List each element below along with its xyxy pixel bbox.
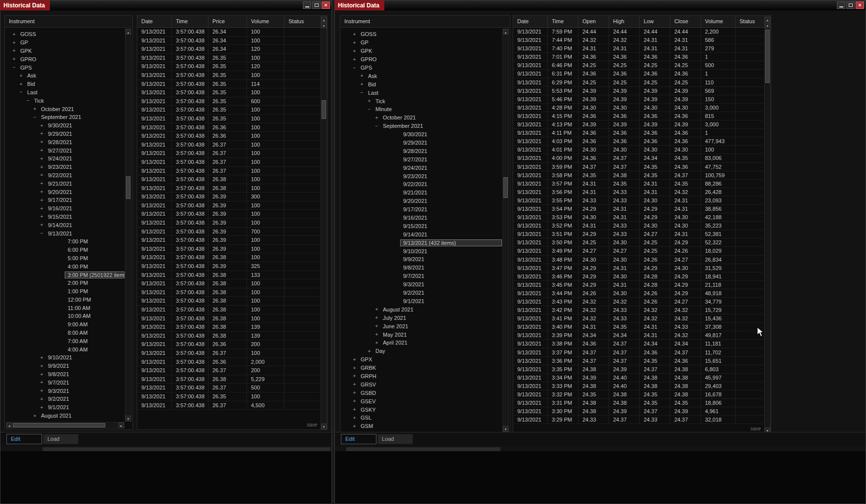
tree-item[interactable]: +9/20/2021	[5, 188, 124, 196]
maximize-button[interactable]	[312, 1, 321, 9]
column-header-time[interactable]: Time	[548, 16, 578, 27]
expand-icon[interactable]: +	[11, 48, 17, 53]
table-row[interactable]: 9/13/20215:46 PM24.3924.3924.3924.39150	[513, 95, 764, 104]
table-row[interactable]: 9/13/20213:57:00.43826.36200	[137, 340, 320, 349]
tree-item[interactable]: 7:00 PM	[5, 237, 124, 246]
table-row[interactable]: 9/13/20213:57:00.43826.362,000	[137, 358, 320, 367]
tree-item[interactable]: 9/23/2021	[340, 172, 502, 180]
tree-item[interactable]: +Bid	[5, 80, 124, 88]
table-row[interactable]: 9/13/20213:57:00.43826.38100	[137, 175, 320, 184]
expand-icon[interactable]: +	[351, 424, 358, 429]
tree-item[interactable]: 9/28/2021	[340, 147, 502, 155]
expand-icon[interactable]: +	[373, 307, 380, 312]
tree-item[interactable]: 11:00 AM	[5, 304, 124, 312]
tree-item[interactable]: +GPK	[5, 47, 124, 55]
tree-item[interactable]: 9/15/2021	[340, 222, 502, 230]
tree-item[interactable]: 9/13/2021 (432 items)	[340, 238, 502, 247]
tree-item[interactable]: 9:00 AM	[5, 320, 124, 329]
tree-item[interactable]: +August 2021	[340, 305, 502, 313]
expand-icon[interactable]: +	[373, 340, 380, 346]
tree-item[interactable]: +9/8/2021	[5, 370, 124, 379]
collapse-icon[interactable]: −	[373, 123, 380, 129]
column-header-high[interactable]: High	[609, 16, 640, 27]
table-row[interactable]: 9/13/20217:44 PM24.3224.3224.3124.31586	[513, 36, 764, 44]
tree-item[interactable]: +GSEV	[340, 397, 502, 405]
scroll-down-icon[interactable]: ▼	[503, 426, 508, 431]
collapse-icon[interactable]: −	[25, 98, 31, 103]
column-header-volume[interactable]: Volume	[701, 16, 736, 27]
tab-load[interactable]: Load	[43, 434, 79, 444]
scroll-up-icon[interactable]: ▲	[125, 29, 131, 35]
save-link[interactable]: save	[750, 426, 761, 431]
tree-item[interactable]: 9/16/2021	[340, 214, 502, 222]
tree-item[interactable]: +9/22/2021	[5, 171, 124, 180]
table-row[interactable]: 9/13/20216:46 PM24.2524.2524.2524.25500	[513, 61, 764, 70]
expand-icon[interactable]: +	[39, 363, 45, 369]
table-row[interactable]: 9/13/20213:39 PM24.3424.3424.3124.3249,8…	[513, 331, 764, 340]
tree-item[interactable]: +9/27/2021	[5, 146, 124, 155]
tree-item[interactable]: 2:00 PM	[5, 279, 124, 287]
table-row[interactable]: 9/13/20213:57:00.43826.35600	[137, 97, 320, 106]
expand-icon[interactable]: +	[39, 156, 45, 161]
tree-item[interactable]: −September 2021	[5, 113, 124, 121]
table-row[interactable]: 9/13/20213:57:00.43826.36100	[137, 123, 320, 132]
tree-item[interactable]: +9/2/2021	[5, 395, 124, 403]
table-row[interactable]: 9/13/20213:57:00.43826.38100	[137, 288, 320, 297]
table-row[interactable]: 9/13/20213:57:00.43826.38139	[137, 323, 320, 332]
close-button[interactable]: ×	[322, 1, 330, 9]
tree-item[interactable]: −Last	[5, 88, 124, 97]
column-header-date[interactable]: Date	[137, 16, 172, 27]
collapse-icon[interactable]: −	[18, 89, 24, 95]
table-row[interactable]: 9/13/20213:57:00.43826.35120	[137, 62, 320, 71]
scroll-right-icon[interactable]: ►	[119, 423, 124, 428]
expand-icon[interactable]: +	[39, 396, 45, 402]
title-bar[interactable]: Historical Data ×	[335, 0, 866, 10]
tree-item[interactable]: −GPS	[5, 63, 124, 72]
expand-icon[interactable]: +	[351, 57, 358, 62]
table-row[interactable]: 9/13/20213:38 PM24.3624.3724.3424.3411,1…	[513, 340, 764, 348]
table-row[interactable]: 9/13/20213:51 PM24.2924.3324.2724.3152,3…	[513, 230, 764, 238]
save-link[interactable]: save	[307, 422, 317, 427]
table-row[interactable]: 9/13/20214:01 PM24.3024.3024.3024.30100	[513, 146, 764, 154]
table-row[interactable]: 9/13/20213:47 PM24.2924.3124.2924.3031,5…	[513, 264, 764, 272]
tree-item[interactable]: 9/22/2021	[340, 180, 502, 189]
table-row[interactable]: 9/13/20213:57 PM24.3124.3524.3124.3588,2…	[513, 180, 764, 188]
tree-item[interactable]: 4:00 PM	[5, 262, 124, 271]
expand-icon[interactable]: +	[11, 32, 17, 37]
tree-item[interactable]: +9/10/2021	[5, 353, 124, 362]
table-row[interactable]: 9/13/20216:31 PM24.3624.3624.3624.361	[513, 70, 764, 78]
table-row[interactable]: 9/13/20213:57:00.43826.37500	[137, 384, 320, 392]
table-row[interactable]: 9/13/20213:57:00.43826.37200	[137, 366, 320, 375]
expand-icon[interactable]: +	[39, 197, 45, 203]
tree-item[interactable]: +Ask	[5, 72, 124, 80]
table-row[interactable]: 9/13/20213:57:00.43826.37100	[137, 141, 320, 150]
table-row[interactable]: 9/13/20213:57:00.43826.35100	[137, 88, 320, 97]
table-row[interactable]: 9/13/20213:57:00.43826.37100	[137, 349, 320, 358]
tree-item[interactable]: +GRPH	[340, 372, 502, 381]
tree-item[interactable]: 9/29/2021	[340, 139, 502, 147]
tree-item[interactable]: −September 2021	[340, 122, 502, 130]
table-row[interactable]: 9/13/20213:53 PM24.3024.3124.2924.3042,1…	[513, 213, 764, 222]
title-bar[interactable]: Historical Data ×	[0, 0, 331, 10]
column-header-low[interactable]: Low	[640, 16, 670, 27]
expand-icon[interactable]: +	[366, 349, 372, 354]
table-row[interactable]: 9/13/20214:03 PM24.3624.3624.3624.36477,…	[513, 137, 764, 146]
table-row[interactable]: 9/13/20213:40 PM24.3124.3524.3124.3337,3…	[513, 323, 764, 331]
tree-item[interactable]: 9/14/2021	[340, 230, 502, 238]
tree-item[interactable]: 7:00 AM	[5, 337, 124, 345]
table-row[interactable]: 9/13/20213:30 PM24.3824.3924.3724.394,96…	[513, 407, 764, 416]
expand-icon[interactable]: +	[351, 415, 358, 421]
table-row[interactable]: 9/13/20213:42 PM24.3224.3324.3224.3215,7…	[513, 306, 764, 314]
expand-icon[interactable]: +	[11, 56, 17, 62]
tree-item[interactable]: 9/21/2021	[340, 189, 502, 197]
expand-icon[interactable]: +	[351, 382, 358, 387]
table-row[interactable]: 9/13/20214:00 PM24.3624.3724.3424.3583,0…	[513, 154, 764, 162]
expand-icon[interactable]: +	[39, 388, 45, 393]
expand-icon[interactable]: +	[39, 222, 45, 228]
scroll-up-icon[interactable]: ▲	[503, 29, 508, 35]
expand-icon[interactable]: +	[373, 115, 380, 120]
table-row[interactable]: 9/13/20213:36 PM24.3724.3724.3524.3615,6…	[513, 357, 764, 365]
scrollbar-thumb[interactable]	[322, 100, 326, 119]
column-header-status[interactable]: Status	[285, 16, 321, 27]
tree-item[interactable]: +9/16/2021	[5, 204, 124, 213]
